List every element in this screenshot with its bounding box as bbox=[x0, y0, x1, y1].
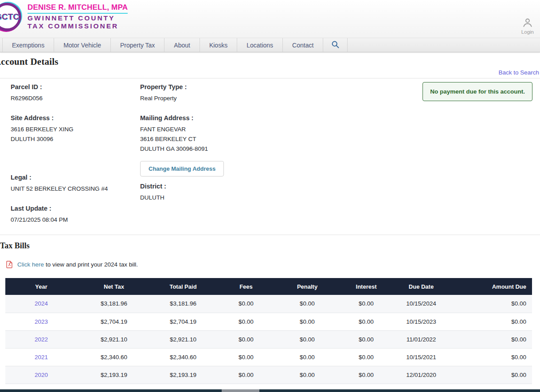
legal-field: Legal : UNIT 52 BERKELEY CROSSING #4 bbox=[11, 174, 140, 194]
gctc-logo-circle: GCTC bbox=[0, 3, 21, 31]
county-name: GWINNETT COUNTY bbox=[27, 15, 128, 22]
search-button[interactable] bbox=[323, 38, 348, 52]
table-cell: $0.00 bbox=[338, 366, 395, 384]
year-link[interactable]: 2020 bbox=[35, 372, 48, 378]
back-to-search-link[interactable]: Back to Search bbox=[498, 69, 539, 76]
nav-item-motor-vehicle[interactable]: Motor Vehicle bbox=[54, 38, 111, 52]
address-line: 3616 BERKELEY XING bbox=[11, 125, 140, 134]
address-line: DULUTH GA 30096-8091 bbox=[140, 144, 326, 154]
nav-item-property-tax[interactable]: Property Tax bbox=[111, 38, 164, 52]
table-cell: 2021 bbox=[5, 348, 77, 366]
table-cell: $0.00 bbox=[338, 313, 395, 330]
table-cell: $2,193.19 bbox=[77, 366, 151, 384]
table-cell: $2,340.60 bbox=[77, 348, 151, 366]
column-header: Total Paid bbox=[151, 278, 215, 295]
last-update-value: 07/21/2025 08:04 PM bbox=[11, 215, 140, 225]
legal-value: UNIT 52 BERKELEY CROSSING #4 bbox=[11, 184, 140, 194]
commissioner-name: DENISE R. MITCHELL, MPA bbox=[27, 4, 128, 14]
table-cell: 2022 bbox=[5, 330, 77, 348]
year-link[interactable]: 2023 bbox=[35, 318, 48, 325]
legal-label: Legal : bbox=[11, 174, 140, 181]
year-link[interactable]: 2022 bbox=[35, 336, 48, 343]
table-cell: 12/01/2020 bbox=[395, 366, 448, 384]
table-row: 2024$3,181.96$3,181.96$0.00$0.00$0.0010/… bbox=[5, 295, 532, 313]
table-cell: $0.00 bbox=[215, 366, 277, 384]
table-cell: $0.00 bbox=[215, 295, 277, 313]
change-mailing-address-button[interactable]: Change Mailing Address bbox=[140, 161, 224, 176]
table-cell: $3,181.96 bbox=[151, 295, 215, 313]
property-type-label: Property Type : bbox=[140, 83, 326, 90]
site-address-value: 3616 BERKELEY XINGDULUTH 30096 bbox=[11, 125, 140, 144]
parcel-id-field: Parcel ID : R6296D056 bbox=[11, 83, 140, 103]
table-cell: $2,340.60 bbox=[151, 348, 215, 366]
site-address-label: Site Address : bbox=[11, 114, 140, 122]
table-cell: $2,921.10 bbox=[77, 330, 151, 348]
column-header: Penalty bbox=[277, 278, 338, 295]
table-cell: $0.00 bbox=[338, 330, 395, 348]
table-cell: $0.00 bbox=[448, 313, 532, 330]
no-payment-notice: No payment due for this account. bbox=[423, 82, 532, 101]
column-header: Fees bbox=[215, 278, 277, 295]
property-type-field: Property Type : Real Property bbox=[140, 83, 326, 103]
column-header: Interest bbox=[338, 278, 395, 295]
table-cell: $2,704.19 bbox=[77, 313, 151, 330]
table-cell: 11/01/2022 bbox=[395, 330, 448, 348]
district-value: DULUTH bbox=[140, 193, 326, 203]
pdf-icon bbox=[6, 261, 13, 268]
address-line: FANT ENGEVAR bbox=[140, 125, 326, 134]
address-line: DULUTH 30096 bbox=[11, 134, 140, 144]
column-header: Net Tax bbox=[77, 278, 151, 295]
nav-item-locations[interactable]: Locations bbox=[237, 38, 283, 52]
nav-item-kiosks[interactable]: Kiosks bbox=[200, 38, 237, 52]
divider bbox=[0, 235, 540, 235]
horizontal-scrollbar[interactable] bbox=[0, 389, 540, 392]
table-row: 2020$2,193.19$2,193.19$0.00$0.00$0.0012/… bbox=[5, 366, 532, 384]
table-cell: $0.00 bbox=[338, 348, 395, 366]
login-button[interactable]: Login bbox=[521, 17, 534, 35]
table-cell: $0.00 bbox=[277, 313, 338, 330]
site-address-field: Site Address : 3616 BERKELEY XINGDULUTH … bbox=[11, 114, 140, 144]
last-update-label: Last Update : bbox=[11, 205, 140, 212]
table-cell: 10/15/2023 bbox=[395, 313, 448, 330]
table-cell: $0.00 bbox=[448, 330, 532, 348]
site-logo[interactable]: GCTC DENISE R. MITCHELL, MPA GWINNETT CO… bbox=[0, 3, 128, 31]
nav-item-about[interactable]: About bbox=[164, 38, 200, 52]
table-cell: $0.00 bbox=[277, 366, 338, 384]
year-link[interactable]: 2021 bbox=[35, 354, 48, 361]
user-icon bbox=[522, 22, 533, 30]
district-field: District : DULUTH bbox=[140, 183, 326, 203]
district-label: District : bbox=[140, 183, 326, 190]
table-cell: $0.00 bbox=[448, 366, 532, 384]
table-cell: 2020 bbox=[5, 366, 77, 384]
page-title: Account Details bbox=[0, 56, 540, 67]
nav-item-contact[interactable]: Contact bbox=[283, 38, 323, 52]
login-label: Login bbox=[521, 29, 534, 35]
column-header: Amount Due bbox=[448, 278, 532, 295]
column-header: Due Date bbox=[395, 278, 448, 295]
table-cell: 10/15/2021 bbox=[395, 348, 448, 366]
table-row: 2022$2,921.10$2,921.10$0.00$0.00$0.0011/… bbox=[5, 330, 532, 348]
logo-text-block: DENISE R. MITCHELL, MPA GWINNETT COUNTY … bbox=[27, 4, 128, 30]
table-cell: $0.00 bbox=[215, 348, 277, 366]
table-cell: 10/15/2024 bbox=[395, 295, 448, 313]
mailing-address-label: Mailing Address : bbox=[140, 114, 326, 122]
table-row: 2021$2,340.60$2,340.60$0.00$0.00$0.0010/… bbox=[5, 348, 532, 366]
table-row: 2023$2,704.19$2,704.19$0.00$0.00$0.0010/… bbox=[5, 313, 532, 330]
table-cell: $0.00 bbox=[277, 348, 338, 366]
table-cell: 2024 bbox=[5, 295, 77, 313]
table-cell: $2,193.19 bbox=[151, 366, 215, 384]
office-name: TAX COMMISSIONER bbox=[27, 23, 128, 30]
nav-item-exemptions[interactable]: Exemptions bbox=[3, 38, 54, 52]
table-cell: $3,181.96 bbox=[77, 295, 151, 313]
scrollbar-thumb[interactable] bbox=[222, 389, 259, 392]
main-nav: t ExemptionsMotor VehicleProperty TaxAbo… bbox=[0, 38, 540, 52]
search-icon bbox=[331, 40, 340, 51]
view-bill-link[interactable]: Click here bbox=[17, 261, 44, 268]
table-cell: $0.00 bbox=[215, 330, 277, 348]
table-cell: 2023 bbox=[5, 313, 77, 330]
year-link[interactable]: 2024 bbox=[35, 300, 48, 307]
table-cell: $0.00 bbox=[215, 313, 277, 330]
mailing-address-field: Mailing Address : FANT ENGEVAR3616 BERKE… bbox=[140, 114, 326, 154]
account-details-section: Parcel ID : R6296D056 Site Address : 361… bbox=[0, 78, 540, 225]
column-header: Year bbox=[5, 278, 77, 295]
